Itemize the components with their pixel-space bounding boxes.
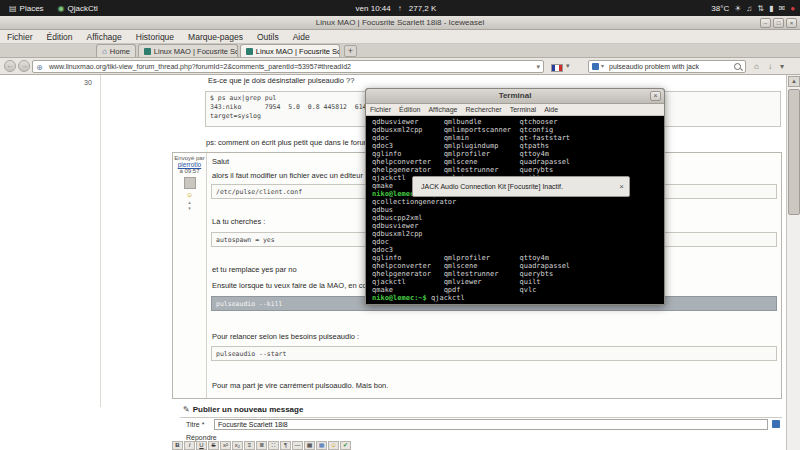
post-line: Là tu cherches : bbox=[212, 217, 265, 226]
new-tab-button[interactable]: + bbox=[344, 45, 357, 57]
qjackctl-label: QjackCtl bbox=[68, 4, 98, 13]
tab-home[interactable]: ⌂ Home bbox=[96, 44, 136, 57]
menu-historique[interactable]: Historique bbox=[129, 30, 181, 44]
avatar bbox=[184, 177, 196, 189]
terminal-listing: qcollectiongenerator qdbus qdbuscpp2xml … bbox=[372, 198, 664, 294]
underline-button[interactable]: U bbox=[196, 441, 207, 450]
places-label: Places bbox=[20, 4, 44, 13]
close-icon[interactable]: × bbox=[786, 18, 797, 28]
term-menu-affichage[interactable]: Affichage bbox=[424, 104, 461, 115]
desktop: ▤ Places ◉ QjackCtl ven 10:44 ↑ 277,2 K … bbox=[0, 0, 800, 450]
smiley-button[interactable]: ☺ bbox=[328, 441, 339, 450]
subscript-button[interactable]: x₂ bbox=[232, 441, 243, 450]
temperature: 38°C bbox=[711, 4, 729, 13]
superscript-button[interactable]: x² bbox=[220, 441, 231, 450]
tab-label: Home bbox=[110, 47, 130, 56]
scroll-up-icon[interactable]: ▲ bbox=[788, 76, 800, 87]
tab-linuxmao-2-active[interactable]: Linux MAO | Focusrite Scarl... × bbox=[240, 44, 340, 57]
net-up-icon: ↑ bbox=[398, 4, 402, 13]
smiley-icon[interactable]: ☺ bbox=[173, 191, 206, 199]
globe-icon: ⊕ bbox=[36, 62, 43, 73]
maximize-icon[interactable]: □ bbox=[773, 18, 784, 28]
post1-question: Es-ce que je dois désinstaller pulseaudi… bbox=[208, 76, 354, 85]
jack-notification: JACK Audio Connection Kit [Focusrite] In… bbox=[412, 176, 630, 197]
clock[interactable]: ven 10:44 bbox=[356, 4, 391, 13]
engine-dropdown-icon[interactable]: ▾ bbox=[601, 61, 604, 72]
image-button[interactable]: ▦ bbox=[304, 441, 315, 450]
term-menu-terminal[interactable]: Terminal bbox=[506, 104, 540, 115]
strike-button[interactable]: S bbox=[208, 441, 219, 450]
search-engine-icon[interactable] bbox=[592, 63, 599, 70]
url-dropdown-icon[interactable]: ▾ bbox=[536, 61, 540, 72]
author-link[interactable]: pierrotlo bbox=[173, 161, 206, 168]
code-pulseaudio-start: pulseaudio --start bbox=[211, 346, 777, 361]
minimize-icon[interactable]: – bbox=[760, 18, 771, 28]
post-time: à 09:57 bbox=[179, 168, 199, 174]
terminal-prompt-line: niko@lemec:~$ qjackctl bbox=[372, 294, 664, 302]
menu-outils[interactable]: Outils bbox=[250, 30, 286, 44]
table-button[interactable]: ▦ bbox=[316, 441, 327, 450]
term-menu-rechercher[interactable]: Rechercher bbox=[461, 104, 505, 115]
french-flag-icon[interactable] bbox=[551, 64, 563, 72]
page-scrollbar[interactable]: ▲ bbox=[786, 75, 800, 450]
alert-icon[interactable]: ● bbox=[790, 4, 795, 13]
reply-label: Répondre bbox=[186, 434, 217, 441]
form-divider bbox=[180, 417, 782, 418]
list-button[interactable]: ≡ bbox=[244, 441, 255, 450]
flag-dropdown-icon[interactable]: ▾ bbox=[566, 62, 570, 70]
bold-button[interactable]: B bbox=[172, 441, 183, 450]
align-button[interactable]: ∷ bbox=[268, 441, 279, 450]
post-line: Pour ma part je vire carrément pulsoaudi… bbox=[212, 381, 388, 390]
tab-label: Linux MAO | Focusrite Scarl... bbox=[256, 47, 340, 56]
terminal-screen[interactable]: qdbusviewer qmlbundle qtchooser qdbusxml… bbox=[366, 116, 664, 304]
home-icon[interactable]: ⌂ bbox=[754, 62, 759, 71]
search-input[interactable]: ▾ pulseaudio problem with jack bbox=[588, 60, 746, 73]
post-greeting: Salut bbox=[212, 157, 229, 166]
title-action-icon[interactable] bbox=[772, 420, 780, 428]
mail-icon[interactable]: ✉ bbox=[778, 4, 785, 13]
menu-marque-pages[interactable]: Marque-pages bbox=[181, 30, 250, 44]
browser-titlebar[interactable]: Linux MAO | Focusrite Scarlett 18i8 - Ic… bbox=[0, 16, 800, 30]
download-icon[interactable]: ↓ bbox=[768, 62, 772, 71]
browser-navbar: ← → ⊕ www.linuxmao.org/tiki-view_forum_t… bbox=[0, 58, 800, 75]
url-bar[interactable]: ⊕ www.linuxmao.org/tiki-view_forum_threa… bbox=[32, 60, 544, 73]
terminal-close-icon[interactable]: × bbox=[650, 91, 661, 101]
bookmarks-dropdown-icon[interactable]: ▾ bbox=[780, 62, 784, 71]
menu-fichier[interactable]: Fichier bbox=[0, 30, 40, 44]
post-line: Pour relancer selon les besoins pulseaud… bbox=[212, 332, 359, 341]
scrollbar-thumb[interactable] bbox=[788, 89, 800, 215]
paragraph-button[interactable]: ¶ bbox=[280, 441, 291, 450]
notification-close-icon[interactable]: × bbox=[619, 177, 624, 196]
italic-button[interactable]: I bbox=[184, 441, 195, 450]
menu-edition[interactable]: Édition bbox=[40, 30, 80, 44]
numbered-list-button[interactable]: ≣ bbox=[256, 441, 267, 450]
volume-icon[interactable]: ♫ bbox=[746, 4, 752, 13]
term-menu-edition[interactable]: Édition bbox=[395, 104, 424, 115]
places-icon: ▤ bbox=[9, 4, 17, 13]
taskbar-item-qjackctl[interactable]: ◉ QjackCtl bbox=[53, 4, 103, 13]
notification-message: JACK Audio Connection Kit [Focusrite] In… bbox=[421, 183, 563, 190]
back-button[interactable]: ← bbox=[4, 60, 16, 72]
terminal-titlebar[interactable]: Terminal × bbox=[366, 89, 664, 104]
places-menu[interactable]: ▤ Places bbox=[4, 4, 49, 13]
brightness-icon[interactable]: ☀ bbox=[734, 4, 741, 13]
window-title: Linux MAO | Focusrite Scarlett 18i8 - Ic… bbox=[316, 18, 484, 27]
check-button[interactable]: ✔ bbox=[340, 441, 351, 450]
title-label: Titre * bbox=[186, 421, 204, 428]
post-line: et tu remplace yes par no bbox=[212, 265, 297, 274]
desktop-panel: ▤ Places ◉ QjackCtl ven 10:44 ↑ 277,2 K … bbox=[0, 0, 800, 16]
vote-down-icon[interactable]: ▾ bbox=[173, 205, 206, 211]
menu-affichage[interactable]: Affichage bbox=[80, 30, 129, 44]
linuxmao-favicon bbox=[144, 48, 151, 55]
forward-button[interactable]: → bbox=[18, 60, 30, 72]
menu-aide[interactable]: Aide bbox=[286, 30, 317, 44]
term-menu-aide[interactable]: Aide bbox=[540, 104, 562, 115]
tab-linuxmao-1[interactable]: Linux MAO | Focusrite Scarl... × bbox=[138, 44, 238, 57]
term-menu-fichier[interactable]: Fichier bbox=[366, 104, 395, 115]
hr-button[interactable]: — bbox=[292, 441, 303, 450]
search-icon[interactable] bbox=[734, 63, 742, 71]
network-icon[interactable]: ⇅ bbox=[757, 4, 764, 13]
title-input[interactable] bbox=[214, 419, 768, 430]
qjackctl-icon: ◉ bbox=[58, 4, 65, 13]
battery-icon[interactable]: ▮ bbox=[769, 4, 773, 13]
